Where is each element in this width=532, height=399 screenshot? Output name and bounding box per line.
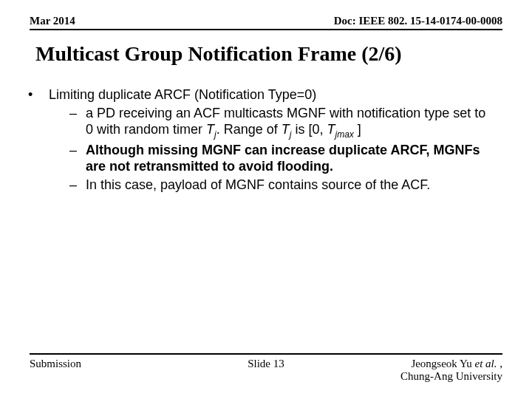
dash-mark: – [69, 177, 86, 194]
bullet-text: Limiting duplicate ARCF (Notification Ty… [49, 86, 495, 103]
sub-item-2: – Although missing MGNF can increase dup… [28, 142, 495, 175]
bullet-item: • Limiting duplicate ARCF (Notification … [28, 86, 495, 103]
sub-item-3: – In this case, payload of MGNF contains… [28, 177, 495, 194]
footer-rule [30, 353, 502, 355]
sub-text-2: Although missing MGNF can increase dupli… [86, 142, 495, 175]
bullet-mark: • [28, 86, 49, 103]
footer: Submission Slide 13 Jeongseok Yu et al. … [0, 353, 532, 383]
footer-left: Submission [30, 358, 187, 370]
sub-text-3: In this case, payload of MGNF contains s… [86, 177, 495, 194]
footer-center: Slide 13 [187, 358, 344, 370]
content-body: • Limiting duplicate ARCF (Notification … [0, 73, 532, 193]
sub-text-1: a PD receiving an ACF multicasts MGNF wi… [86, 105, 495, 140]
dash-mark: – [69, 142, 86, 175]
header-date: Mar 2014 [30, 15, 75, 27]
header-doc: Doc: IEEE 802. 15-14-0174-00-0008 [334, 15, 502, 27]
dash-mark: – [69, 105, 86, 140]
sub-item-1: – a PD receiving an ACF multicasts MGNF … [28, 105, 495, 140]
page-title: Multicast Group Notification Frame (2/6) [0, 30, 532, 73]
header: Mar 2014 Doc: IEEE 802. 15-14-0174-00-00… [0, 0, 532, 29]
footer-right: Jeongseok Yu et al. , Chung-Ang Universi… [345, 358, 502, 383]
